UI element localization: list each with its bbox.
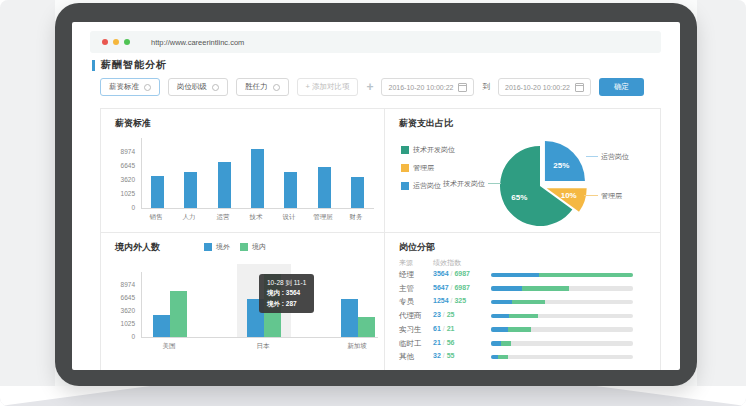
add-compare-chip[interactable]: + 添加对比项 — [297, 78, 359, 96]
progress-segment-green — [522, 286, 569, 291]
plus-icon[interactable]: + — [366, 80, 373, 94]
panel-domestic-overseas: 境内外人数 境外 境内 01025362066458974美国日本新加坡 — [101, 233, 385, 370]
bar-新加坡-境内[interactable] — [358, 317, 375, 337]
filter-chip-position-level[interactable]: 岗位职级 — [168, 78, 228, 96]
pie-callout-label-management: 管理层 — [601, 191, 622, 201]
progress-segment-blue — [491, 300, 512, 305]
value-primary: 5647 — [433, 284, 449, 291]
legend-item-domestic[interactable]: 境内 — [240, 242, 266, 252]
progress-segment-blue — [491, 273, 539, 278]
remove-chip-icon[interactable] — [273, 84, 280, 91]
progress-segment-blue — [491, 286, 522, 291]
remove-chip-icon[interactable] — [144, 84, 151, 91]
row-progress-bar — [491, 327, 633, 332]
y-axis-tick-label: 6645 — [103, 294, 135, 301]
legend-swatch-icon — [240, 243, 248, 251]
value-primary: 23 — [433, 311, 441, 318]
filter-toolbar: 薪资标准 岗位职级 胜任力 + 添加对比项 + 2016-10-20 10:00… — [100, 78, 644, 96]
value-primary: 32 — [433, 352, 441, 359]
panel-salary-standard: 薪资标准 01025362066458974销售人力运营技术设计管理层财务 — [101, 109, 385, 233]
bar-legend: 境外 境内 — [204, 242, 266, 252]
legend-swatch-icon — [401, 164, 409, 172]
value-primary: 3564 — [433, 270, 449, 277]
y-axis-tick-label: 3620 — [103, 176, 135, 183]
column-header-source: 来源 — [399, 258, 413, 268]
pie-callout-line — [586, 156, 598, 157]
panel-title: 境内外人数 — [115, 241, 160, 254]
progress-segment-green — [509, 314, 537, 319]
x-axis-label: 财务 — [336, 213, 376, 222]
tooltip-date-range: 10-28 到 11-1 — [267, 278, 306, 288]
date-from-value: 2016-10-20 10:00:22 — [388, 84, 453, 91]
progress-segment-blue — [491, 355, 498, 360]
row-progress-bar — [491, 286, 633, 291]
row-index-values: 32 / 55 — [433, 352, 454, 359]
value-primary: 61 — [433, 325, 441, 332]
legend-label: 境外 — [216, 242, 230, 252]
laptop-screen-bezel: http://www.careerintlinc.com 薪酬智能分析 薪资标准… — [55, 3, 697, 386]
y-axis-tick-label: 1025 — [103, 320, 135, 327]
y-axis-tick-label: 3620 — [103, 307, 135, 314]
row-progress-bar — [491, 355, 633, 360]
x-axis-label: 日本 — [243, 342, 283, 351]
y-axis-tick-label: 6645 — [103, 162, 135, 169]
filter-chip-competency[interactable]: 胜任力 — [236, 78, 289, 96]
row-progress-bar — [491, 300, 633, 305]
bar-财务[interactable] — [351, 177, 364, 208]
bar-人力[interactable] — [184, 172, 197, 208]
window-dot-red[interactable] — [102, 39, 108, 45]
legend-item-tech[interactable]: 技术开发岗位 — [401, 145, 455, 155]
pie-slice-percent-label: 10% — [561, 191, 577, 200]
date-from-input[interactable]: 2016-10-20 10:00:22 — [381, 78, 474, 96]
bar-美国-境内[interactable] — [170, 291, 187, 337]
row-index-values: 5647 / 6987 — [433, 284, 470, 291]
pie-callout-line — [584, 195, 598, 196]
pie-callout-label-tech: 技术开发岗位 — [385, 179, 485, 189]
panel-position-distribution: 岗位分部 来源 绩效指数 经理3564 / 6987主管5647 / 6987专… — [385, 233, 660, 370]
progress-segment-green — [498, 355, 508, 360]
y-axis-tick-label: 0 — [103, 204, 135, 211]
y-axis-tick-label: 1025 — [103, 190, 135, 197]
tooltip-domestic-value: 境内 : 3564 — [267, 288, 306, 298]
value-primary: 21 — [433, 339, 441, 346]
progress-segment-green — [508, 327, 531, 332]
date-to-input[interactable]: 2016-10-20 10:00:22 — [498, 78, 591, 96]
row-source-label: 代理商 — [399, 311, 422, 321]
legend-item-management[interactable]: 管理层 — [401, 163, 455, 173]
bar-新加坡-境外[interactable] — [341, 299, 358, 337]
value-secondary: 6987 — [454, 284, 470, 291]
bar-管理层[interactable] — [318, 167, 331, 208]
progress-segment-green — [512, 300, 545, 305]
bar-设计[interactable] — [284, 172, 297, 208]
bar-运营[interactable] — [218, 162, 231, 208]
value-primary: 1254 — [433, 297, 449, 304]
progress-segment-blue — [491, 327, 508, 332]
date-range-separator: 到 — [482, 82, 490, 92]
remove-chip-icon[interactable] — [212, 84, 219, 91]
legend-item-overseas[interactable]: 境外 — [204, 242, 230, 252]
y-axis-tick-label: 0 — [103, 333, 135, 340]
progress-segment-blue — [491, 314, 509, 319]
address-bar-url[interactable]: http://www.careerintlinc.com — [151, 38, 244, 47]
dashboard-grid: 薪资标准 01025362066458974销售人力运营技术设计管理层财务 薪资… — [100, 108, 661, 370]
window-dot-green[interactable] — [124, 39, 130, 45]
row-source-label: 经理 — [399, 270, 414, 280]
date-to-value: 2016-10-20 10:00:22 — [505, 84, 570, 91]
window-dot-yellow[interactable] — [113, 39, 119, 45]
row-index-values: 23 / 25 — [433, 311, 454, 318]
row-source-label: 实习生 — [399, 325, 422, 335]
laptop-mockup: http://www.careerintlinc.com 薪酬智能分析 薪资标准… — [0, 0, 746, 406]
confirm-button[interactable]: 确定 — [599, 78, 644, 96]
page-heading: 薪酬智能分析 — [92, 58, 167, 72]
value-secondary: 55 — [447, 352, 455, 359]
legend-label: 技术开发岗位 — [413, 145, 455, 155]
row-source-label: 专员 — [399, 297, 414, 307]
filter-chip-salary-standard[interactable]: 薪资标准 — [100, 78, 160, 96]
progress-segment-green — [501, 341, 511, 346]
row-index-values: 3564 / 6987 — [433, 270, 470, 277]
backdrop-right — [697, 0, 746, 386]
bar-美国-境外[interactable] — [153, 315, 170, 337]
row-index-values: 21 / 56 — [433, 339, 454, 346]
bar-销售[interactable] — [151, 176, 164, 208]
bar-技术[interactable] — [251, 149, 264, 208]
